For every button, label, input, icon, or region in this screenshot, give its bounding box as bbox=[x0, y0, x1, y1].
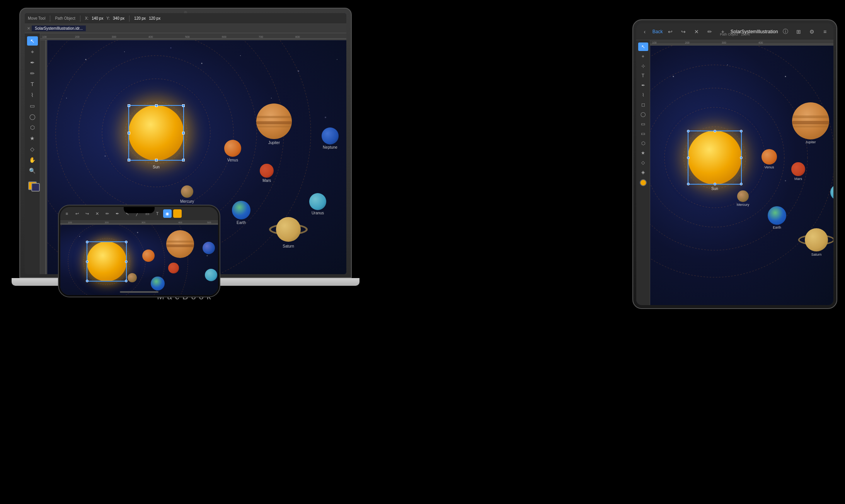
iphone-close[interactable]: ✕ bbox=[93, 209, 101, 218]
mercury-planet bbox=[181, 185, 193, 198]
zoom-tool[interactable]: 🔍 bbox=[27, 166, 38, 175]
ipad-select-tool[interactable]: ↖ bbox=[638, 42, 648, 51]
ipad-rect-tool[interactable]: ▭ bbox=[638, 120, 648, 128]
iphone-text-tool[interactable]: T bbox=[153, 209, 162, 218]
uranus-planet bbox=[309, 193, 326, 210]
svg-point-21 bbox=[337, 59, 337, 60]
uranus-label: Uranus bbox=[312, 211, 324, 215]
tool-label: Move Tool bbox=[28, 16, 45, 20]
iphone-node-tool[interactable]: ◉ bbox=[163, 209, 172, 218]
ipad-polygon-tool[interactable]: ⬡ bbox=[638, 139, 648, 148]
ipad: ‹ Back ↩ ↪ ✕ ✏ + SolarSystemIllustration… bbox=[632, 19, 837, 309]
hand-tool[interactable]: ✋ bbox=[27, 155, 38, 165]
iphone-mars bbox=[168, 263, 179, 273]
active-tab[interactable]: SolarSystemIllustration.idr... bbox=[32, 25, 86, 31]
ipad-subtitle: Path Object · 160% bbox=[636, 32, 833, 36]
ipad-node-tool[interactable]: ⌖ bbox=[638, 52, 648, 61]
svg-point-26 bbox=[105, 156, 106, 157]
ipad-screen: ‹ Back ↩ ↪ ✕ ✏ + SolarSystemIllustration… bbox=[636, 23, 833, 305]
svg-text:300: 300 bbox=[112, 36, 116, 38]
iphone-hamburger[interactable]: ≡ bbox=[63, 209, 71, 218]
iphone-uranus bbox=[205, 269, 217, 281]
ipad-saturn-label: Saturn bbox=[811, 253, 822, 256]
stroke-color[interactable] bbox=[31, 183, 40, 192]
svg-text:100: 100 bbox=[652, 41, 657, 44]
brush-tool[interactable]: ⌇ bbox=[27, 90, 38, 100]
svg-point-18 bbox=[201, 63, 203, 64]
ipad-ruler: 100200 300400 bbox=[650, 40, 833, 46]
svg-point-17 bbox=[124, 51, 125, 52]
x-label: X: bbox=[85, 16, 89, 20]
svg-point-57 bbox=[207, 255, 208, 256]
iphone-undo[interactable]: ↩ bbox=[73, 209, 81, 218]
ipad-pen-tool[interactable]: ✒ bbox=[638, 81, 648, 90]
iphone-canvas[interactable] bbox=[60, 225, 218, 295]
iphone-color-swatch[interactable] bbox=[173, 209, 182, 218]
ipad-rect2-tool[interactable]: ▭ bbox=[638, 129, 648, 138]
neptune-label: Neptune bbox=[323, 145, 337, 149]
macbook-toolbar-top: Move Tool Path Object X: 140 px Y: 340 p… bbox=[25, 13, 346, 24]
polygon-tool[interactable]: ⬡ bbox=[27, 123, 38, 132]
venus-planet bbox=[224, 140, 241, 157]
ipad-venus-label: Venus bbox=[764, 165, 774, 169]
iphone-mercury bbox=[128, 273, 137, 282]
y-label: Y: bbox=[106, 16, 110, 20]
iphone-ruler: 100200 300400 500 bbox=[60, 220, 218, 225]
close-tab-icon[interactable]: ✕ bbox=[27, 26, 30, 31]
ipad-canvas[interactable]: Sun Mercury Venus Earth bbox=[650, 46, 833, 305]
h-value: 120 px bbox=[149, 16, 160, 20]
ipad-text-tool[interactable]: T bbox=[638, 71, 648, 80]
earth-label: Earth bbox=[237, 221, 246, 225]
svg-point-25 bbox=[271, 98, 272, 98]
iphone-notch bbox=[124, 207, 155, 213]
svg-text:100: 100 bbox=[68, 221, 72, 224]
ipad-crop-tool[interactable]: ⊹ bbox=[638, 62, 648, 70]
saturn-planet bbox=[276, 217, 301, 242]
iphone-pen[interactable]: ✒ bbox=[113, 209, 121, 218]
svg-text:200: 200 bbox=[75, 36, 80, 38]
svg-text:500: 500 bbox=[207, 221, 211, 224]
object-label: Path Object bbox=[55, 16, 75, 20]
ellipse-tool[interactable]: ◯ bbox=[27, 112, 38, 121]
jupiter-label: Jupiter bbox=[268, 141, 280, 145]
iphone-body: ≡ ↩ ↪ ✕ ✏ ✒ ↖ ╱ ▭ T ◉ 100200 30040 bbox=[58, 205, 220, 297]
ipad-jupiter-label: Jupiter bbox=[805, 140, 816, 144]
node-tool[interactable]: ⌖ bbox=[27, 47, 38, 56]
svg-point-16 bbox=[85, 59, 87, 60]
svg-point-39 bbox=[727, 64, 728, 65]
shear-tool[interactable]: ◇ bbox=[27, 144, 38, 154]
pencil-tool[interactable]: ✏ bbox=[27, 69, 38, 78]
ipad-uranus bbox=[830, 185, 833, 200]
ipad-shear-tool[interactable]: ◈ bbox=[638, 168, 648, 176]
rectangle-tool[interactable]: ▭ bbox=[27, 101, 38, 110]
svg-text:500: 500 bbox=[185, 36, 190, 38]
svg-point-40 bbox=[785, 76, 786, 77]
macbook-tools-panel: ↖ ⌖ ✒ ✏ T ⌇ ▭ ◯ ⬡ ★ ◇ ✋ 🔍 bbox=[25, 33, 40, 274]
star-tool[interactable]: ★ bbox=[27, 134, 38, 143]
svg-text:300: 300 bbox=[141, 221, 146, 224]
ipad-diamond-tool[interactable]: ◇ bbox=[638, 158, 648, 167]
ipad-color-swatch[interactable] bbox=[640, 179, 647, 186]
sun-label: Sun bbox=[153, 165, 160, 169]
ipad-tools-panel: ↖ ⌖ ⊹ T ✒ ⌇ ◻ ◯ ▭ ▭ ⬡ ★ ◇ ◈ bbox=[636, 40, 650, 305]
select-tool[interactable]: ↖ bbox=[27, 36, 38, 46]
macbook-tab-bar: ✕ SolarSystemIllustration.idr... bbox=[25, 24, 346, 33]
svg-text:200: 200 bbox=[105, 221, 109, 224]
w-value: 120 px bbox=[134, 16, 146, 20]
ipad-star-tool[interactable]: ★ bbox=[638, 149, 648, 157]
venus-label: Venus bbox=[227, 158, 238, 162]
ipad-brush-tool[interactable]: ⌇ bbox=[638, 91, 648, 99]
iphone-orbits bbox=[60, 225, 218, 295]
earth-planet bbox=[232, 201, 250, 219]
iphone-redo[interactable]: ↪ bbox=[83, 209, 91, 218]
ipad-erase-tool[interactable]: ◻ bbox=[638, 100, 648, 109]
pen-tool[interactable]: ✒ bbox=[27, 58, 38, 67]
svg-text:400: 400 bbox=[758, 41, 763, 44]
ipad-venus bbox=[762, 149, 777, 165]
text-tool[interactable]: T bbox=[27, 80, 38, 89]
svg-text:400: 400 bbox=[178, 221, 182, 224]
ipad-ellipse-tool[interactable]: ◯ bbox=[638, 110, 648, 119]
svg-point-22 bbox=[66, 98, 67, 98]
iphone-pencil[interactable]: ✏ bbox=[103, 209, 111, 218]
y-value: 340 px bbox=[113, 16, 124, 20]
